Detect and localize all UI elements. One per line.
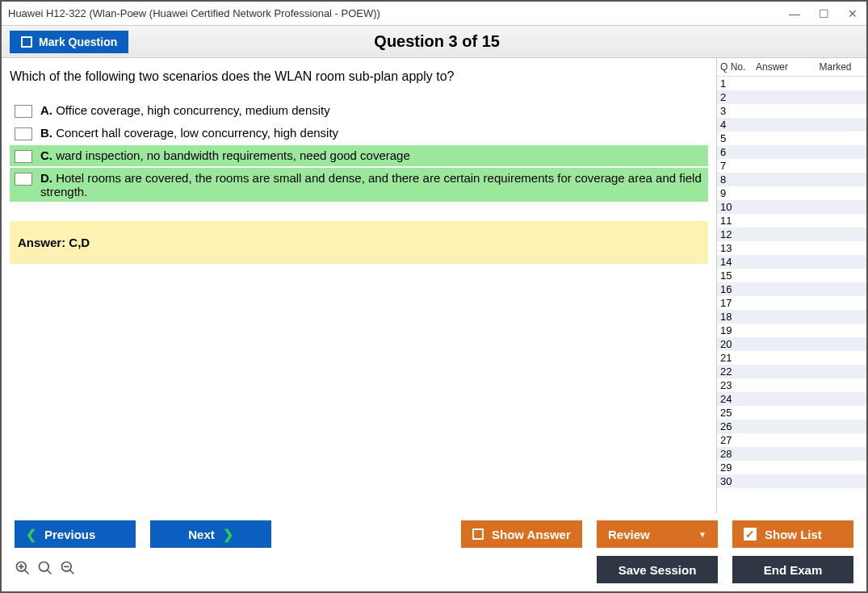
- question-list-pane: Q No. Answer Marked 12345678910111213141…: [716, 58, 866, 514]
- question-list-row[interactable]: 4: [717, 118, 866, 132]
- previous-button[interactable]: ❮ Previous: [15, 520, 136, 548]
- next-label: Next: [188, 528, 215, 541]
- option-letter: B.: [40, 126, 56, 140]
- option-letter: A.: [40, 103, 56, 117]
- question-number: 1: [720, 77, 756, 90]
- question-list-row[interactable]: 14: [717, 255, 866, 269]
- question-number: 10: [720, 201, 756, 213]
- question-number: 12: [720, 228, 756, 240]
- question-list-row[interactable]: 27: [717, 433, 866, 447]
- question-list-row[interactable]: 23: [717, 378, 866, 392]
- option-row[interactable]: C. ward inspection, no bandwidth require…: [10, 145, 708, 166]
- option-text: A. Office coverage, high concurrency, me…: [40, 103, 330, 117]
- option-row[interactable]: D. Hotel rooms are covered, the rooms ar…: [10, 168, 708, 202]
- question-list-row[interactable]: 2: [717, 90, 866, 104]
- question-list-row[interactable]: 24: [717, 392, 866, 406]
- question-counter: Question 3 of 15: [128, 32, 745, 51]
- question-list-row[interactable]: 12: [717, 228, 866, 241]
- minimize-button[interactable]: —: [787, 7, 802, 20]
- previous-label: Previous: [44, 528, 95, 541]
- question-list-row[interactable]: 11: [717, 214, 866, 228]
- save-session-button[interactable]: Save Session: [597, 556, 718, 583]
- question-number: 11: [720, 215, 756, 227]
- question-list-row[interactable]: 8: [717, 173, 866, 186]
- show-answer-button[interactable]: Show Answer: [461, 520, 582, 548]
- question-number: 21: [720, 352, 756, 364]
- header-answer: Answer: [756, 61, 807, 73]
- option-text: C. ward inspection, no bandwidth require…: [40, 148, 410, 162]
- option-checkbox[interactable]: [15, 150, 32, 163]
- question-list-row[interactable]: 17: [717, 296, 866, 310]
- app-window: Huawei H12-322 (Wlan-Poew (Huawei Certif…: [0, 0, 868, 593]
- question-number: 30: [720, 475, 756, 487]
- question-list-row[interactable]: 21: [717, 351, 866, 365]
- option-text: B. Concert hall coverage, low concurrenc…: [40, 126, 338, 140]
- next-button[interactable]: Next ❯: [150, 520, 271, 548]
- options-list: A. Office coverage, high concurrency, me…: [10, 100, 708, 202]
- window-title: Huawei H12-322 (Wlan-Poew (Huawei Certif…: [8, 7, 380, 19]
- zoom-out-icon[interactable]: [60, 560, 76, 580]
- question-list-row[interactable]: 1: [717, 77, 866, 90]
- option-body: Hotel rooms are covered, the rooms are s…: [40, 171, 702, 198]
- maximize-button[interactable]: ☐: [816, 7, 831, 20]
- question-list-row[interactable]: 19: [717, 324, 866, 337]
- question-number: 3: [720, 105, 756, 117]
- save-session-label: Save Session: [619, 563, 697, 577]
- button-row-1: ❮ Previous Next ❯ Show Answer Review ▼ ✓…: [15, 520, 853, 548]
- question-list-row[interactable]: 22: [717, 365, 866, 378]
- chevron-left-icon: ❮: [26, 527, 36, 542]
- zoom-reset-icon[interactable]: [37, 560, 53, 580]
- mark-question-label: Mark Question: [39, 35, 117, 48]
- show-list-button[interactable]: ✓ Show List: [732, 520, 853, 548]
- header-qno: Q No.: [720, 61, 756, 73]
- question-list[interactable]: 1234567891011121314151617181920212223242…: [717, 77, 866, 514]
- question-list-row[interactable]: 7: [717, 159, 866, 173]
- option-checkbox[interactable]: [15, 127, 32, 140]
- option-checkbox[interactable]: [15, 173, 32, 186]
- show-list-label: Show List: [765, 528, 822, 541]
- header-marked: Marked: [807, 61, 863, 73]
- question-list-row[interactable]: 18: [717, 310, 866, 324]
- review-button[interactable]: Review ▼: [597, 520, 718, 548]
- question-list-row[interactable]: 20: [717, 337, 866, 351]
- question-list-row[interactable]: 26: [717, 420, 866, 433]
- question-number: 4: [720, 119, 756, 131]
- toolbar: Mark Question Question 3 of 15: [2, 26, 866, 58]
- question-list-row[interactable]: 25: [717, 406, 866, 420]
- question-number: 6: [720, 146, 756, 158]
- question-list-row[interactable]: 13: [717, 241, 866, 255]
- option-checkbox[interactable]: [15, 105, 32, 118]
- answer-box: Answer: C,D: [10, 221, 708, 264]
- checked-icon: ✓: [744, 528, 757, 541]
- question-list-row[interactable]: 30: [717, 474, 866, 488]
- question-number: 17: [720, 297, 756, 309]
- question-number: 27: [720, 434, 756, 446]
- question-list-row[interactable]: 6: [717, 145, 866, 159]
- question-list-row[interactable]: 9: [717, 186, 866, 200]
- question-number: 5: [720, 132, 756, 144]
- titlebar: Huawei H12-322 (Wlan-Poew (Huawei Certif…: [2, 2, 866, 26]
- question-number: 7: [720, 160, 756, 172]
- question-list-row[interactable]: 29: [717, 461, 866, 474]
- mark-question-button[interactable]: Mark Question: [10, 31, 128, 53]
- end-exam-button[interactable]: End Exam: [732, 556, 853, 583]
- question-list-row[interactable]: 16: [717, 282, 866, 296]
- checkbox-icon: [472, 528, 484, 540]
- zoom-in-icon[interactable]: [15, 560, 31, 580]
- question-text: Which of the following two scenarios doe…: [10, 69, 708, 84]
- option-row[interactable]: B. Concert hall coverage, low concurrenc…: [10, 123, 708, 144]
- question-list-row[interactable]: 10: [717, 200, 866, 214]
- option-row[interactable]: A. Office coverage, high concurrency, me…: [10, 100, 708, 121]
- question-number: 22: [720, 365, 756, 378]
- option-body: ward inspection, no bandwidth requiremen…: [56, 148, 410, 162]
- question-list-row[interactable]: 3: [717, 104, 866, 118]
- chevron-right-icon: ❯: [223, 527, 233, 542]
- question-list-row[interactable]: 15: [717, 269, 866, 282]
- question-list-row[interactable]: 28: [717, 447, 866, 461]
- close-button[interactable]: ✕: [845, 7, 860, 20]
- question-list-row[interactable]: 5: [717, 132, 866, 145]
- question-number: 24: [720, 393, 756, 405]
- svg-line-1: [25, 570, 29, 574]
- question-number: 13: [720, 242, 756, 254]
- question-number: 2: [720, 91, 756, 103]
